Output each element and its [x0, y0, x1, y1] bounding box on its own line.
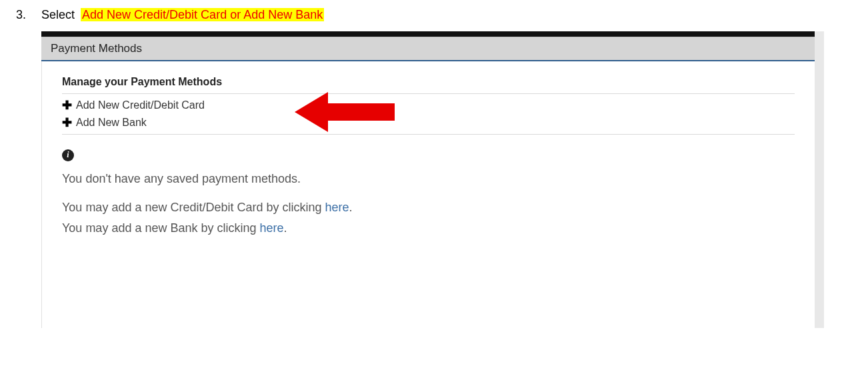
add-bank-button[interactable]: ✚ Add New Bank — [62, 114, 795, 131]
info-icon: i — [62, 149, 74, 161]
instruction-line: 3. Select Add New Credit/Debit Card or A… — [16, 8, 868, 22]
bank-hint-prefix: You may add a new Bank by clicking — [62, 221, 260, 235]
add-card-button[interactable]: ✚ Add New Credit/Debit Card — [62, 97, 795, 114]
add-bank-label: Add New Bank — [76, 117, 147, 129]
plus-icon: ✚ — [62, 117, 72, 129]
scrollbar-track[interactable] — [815, 31, 824, 328]
panel-body: Manage your Payment Methods ✚ Add New Cr… — [41, 61, 815, 328]
card-hint-prefix: You may add a new Credit/Debit Card by c… — [62, 201, 325, 214]
window-titlebar — [41, 31, 815, 37]
info-block: i You don't have any saved payment metho… — [62, 147, 795, 235]
divider — [62, 93, 795, 94]
add-bank-link[interactable]: here — [260, 221, 284, 235]
step-number: 3. — [16, 8, 29, 22]
no-saved-text: You don't have any saved payment methods… — [62, 172, 795, 186]
add-card-hint: You may add a new Credit/Debit Card by c… — [62, 201, 795, 215]
add-card-link[interactable]: here — [325, 201, 349, 214]
payment-panel: Payment Methods Manage your Payment Meth… — [41, 31, 815, 328]
instruction-highlight: Add New Credit/Debit Card or Add New Ban… — [81, 8, 324, 21]
bank-hint-suffix: . — [284, 221, 287, 235]
plus-icon: ✚ — [62, 99, 72, 111]
add-card-label: Add New Credit/Debit Card — [76, 99, 205, 111]
divider — [62, 134, 795, 135]
add-bank-hint: You may add a new Bank by clicking here. — [62, 221, 795, 235]
instruction-verb: Select — [41, 8, 75, 21]
section-heading: Manage your Payment Methods — [62, 76, 795, 88]
instruction-text: Select Add New Credit/Debit Card or Add … — [41, 8, 324, 22]
card-hint-suffix: . — [349, 201, 353, 214]
panel-title: Payment Methods — [41, 37, 815, 61]
